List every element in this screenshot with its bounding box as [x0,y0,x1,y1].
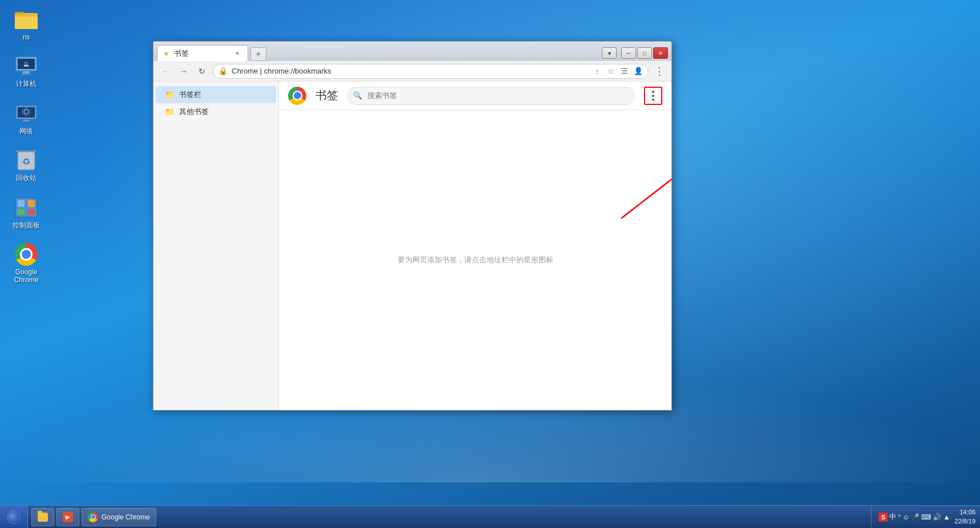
desktop-icon-ns[interactable]: ns [6,6,47,43]
taskbar-chrome-icon [88,512,98,522]
svg-rect-24 [18,209,25,215]
svg-rect-22 [18,200,25,207]
sidebar-label-other: 其他书签 [179,107,209,117]
desktop-icons: ns 💻 计算机 [6,6,47,287]
computer-label: 计算机 [16,80,37,88]
minimize-button[interactable]: ─ [621,47,636,59]
tab-dropdown-button[interactable]: ▾ [602,47,617,59]
address-container: 🔒 ↑ ☆ ☰ 👤 [213,64,649,79]
back-button[interactable]: ← [158,64,173,79]
recycle-label: 回收站 [16,174,37,182]
desktop-icon-control-panel[interactable]: 控制面板 [6,194,47,231]
taskbar-right: S 中 ° ☺ 🎤 ⌨ 🔊 ▲ 14:06 22/8/19 [871,506,980,528]
sidebar-item-bookmarks-bar[interactable]: 📁 书签栏 [156,86,276,103]
tray-icon-6: 🔊 [933,513,941,521]
network-icon [15,102,38,125]
address-bar: ← → ↻ 🔒 ↑ ☆ ☰ 👤 ⋮ [153,61,671,82]
svg-rect-23 [28,200,35,207]
folder-icon-other: 📁 [165,107,175,116]
taskbar-items: ▶ Google Chrome [28,508,871,526]
chrome-icon-shape [15,243,38,266]
share-button[interactable]: ↑ [592,66,603,77]
svg-rect-25 [28,209,35,215]
dot-1 [652,91,654,93]
tray-icon-2: ° [898,513,901,521]
start-button[interactable] [0,506,28,529]
search-input[interactable] [347,87,635,105]
svg-rect-2 [15,12,24,14]
address-input[interactable] [213,64,649,79]
profile-button[interactable]: 👤 [633,66,644,77]
desktop-icon-computer[interactable]: 💻 计算机 [6,52,47,90]
search-container: 🔍 [347,87,635,105]
refresh-button[interactable]: ↻ [195,64,209,79]
tray-icon-7: ▲ [943,513,950,521]
recycle-icon: ♻ [15,149,38,172]
close-button[interactable]: ✕ [653,47,668,59]
tab-favicon-star: ★ [163,50,169,58]
sidebar-label-bookmarks-bar: 书签栏 [179,90,201,100]
dot-2 [652,95,654,97]
chrome-logo [288,87,306,105]
network-label: 网络 [19,127,33,135]
content-area: 📁 书签栏 📁 其他书签 书签 🔍 [153,82,671,410]
desktop: ns 💻 计算机 [0,0,980,528]
bookmarks-sidebar: 📁 书签栏 📁 其他书签 [153,82,279,410]
new-tab-button[interactable]: + [250,47,266,61]
start-orb-icon [7,510,21,524]
taskbar-item-media[interactable]: ▶ [56,508,79,526]
chrome-desktop-label: Google Chrome [8,268,44,285]
svg-rect-8 [21,74,32,75]
empty-state: 要为网页添加书签，请点击地址栏中的星形图标 [279,110,671,410]
desktop-icon-recycle[interactable]: ♻ 回收站 [6,147,47,184]
maximize-button[interactable]: □ [637,47,652,59]
taskbar-media-icon: ▶ [63,512,73,522]
chrome-window: ★ 书签 ✕ + ▾ ─ □ ✕ ← → ↻ 🔒 ↑ [153,41,672,411]
tab-bar: ★ 书签 ✕ + [157,45,602,61]
active-tab[interactable]: ★ 书签 ✕ [157,45,248,61]
search-icon: 🔍 [353,91,362,100]
taskbar-chrome-label: Google Chrome [102,513,150,521]
reader-mode-button[interactable]: ☰ [619,66,630,77]
clock-time: 14:06 [954,508,975,517]
clock-date: 22/8/19 [954,517,975,526]
empty-state-text: 要为网页添加书签，请点击地址栏中的星形图标 [398,255,553,265]
taskbar-item-explorer[interactable] [31,508,54,526]
svg-rect-4 [15,14,38,17]
taskbar-clock: 14:06 22/8/19 [954,508,975,526]
tray-icon-4: 🎤 [911,513,920,521]
sidebar-item-other-bookmarks[interactable]: 📁 其他书签 [156,103,276,120]
system-tray: S 中 ° ☺ 🎤 ⌨ 🔊 ▲ [876,512,952,522]
address-secure-icon: 🔒 [218,67,228,75]
control-panel-icon [15,196,38,219]
control-panel-label: 控制面板 [13,221,40,229]
tab-close-button[interactable]: ✕ [233,49,242,58]
tray-icon-3: ☺ [902,513,909,521]
desktop-icon-network[interactable]: 网络 [6,100,47,137]
tray-icon-5: ⌨ [921,513,931,521]
chrome-desktop-icon [15,243,38,266]
svg-text:♻: ♻ [22,157,30,166]
taskbar-item-chrome[interactable]: Google Chrome [82,508,156,526]
address-actions: ↑ ☆ ☰ 👤 [592,66,644,77]
svg-rect-12 [23,120,30,121]
ns-folder-label: ns [23,33,30,41]
taskbar: ▶ Google Chrome S 中 ° ☺ 🎤 ⌨ 🔊 ▲ 14:06 [0,505,980,528]
title-bar: ★ 书签 ✕ + ▾ ─ □ ✕ [153,42,671,61]
desktop-icon-chrome[interactable]: Google Chrome [6,241,47,287]
tray-lang-icon: 中 [889,512,896,522]
folder-icon-bookmarks-bar: 📁 [165,90,175,99]
ns-folder-icon [15,8,38,31]
window-controls: ─ □ ✕ [621,47,668,59]
svg-rect-13 [21,121,32,123]
bookmarks-main-panel: 书签 🔍 要为网页添加书签，请点击地址栏中的星形图标 [279,82,671,410]
svg-rect-7 [23,71,30,74]
chrome-menu-button[interactable]: ⋮ [652,64,667,79]
bookmark-star-button[interactable]: ☆ [605,66,617,77]
taskbar-folder-icon [38,513,48,522]
tab-title: 书签 [174,48,228,59]
bookmarks-header: 书签 🔍 [279,82,671,110]
bookmarks-page-title: 书签 [315,88,338,103]
more-options-button[interactable] [644,87,662,105]
forward-button[interactable]: → [176,64,191,79]
